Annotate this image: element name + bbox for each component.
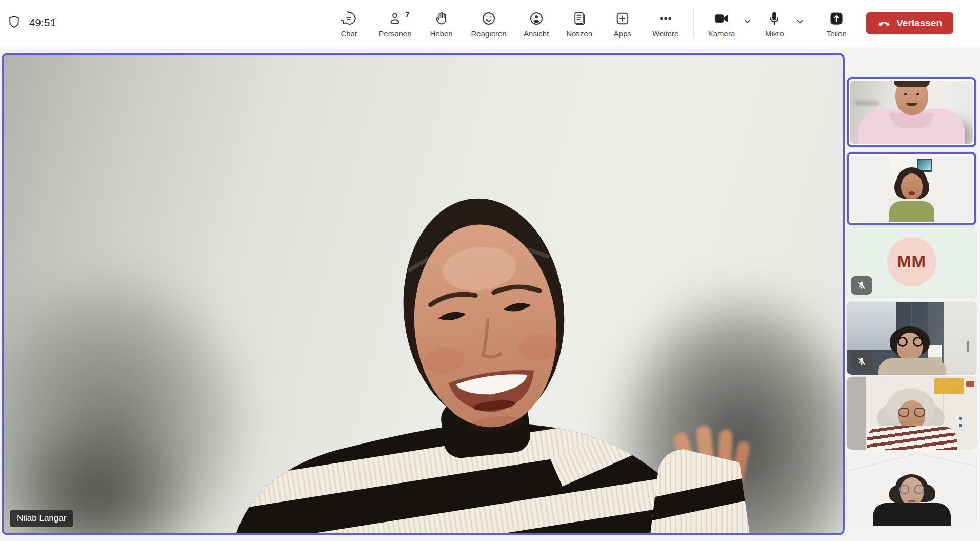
- avatar-initials: MM: [897, 252, 926, 272]
- participants-strip: MM: [847, 46, 976, 541]
- person-mouth: [909, 191, 915, 195]
- people-button[interactable]: 7 Personen: [377, 5, 412, 41]
- share-icon: [829, 10, 844, 27]
- kitchen-door: [944, 302, 976, 375]
- meeting-toolbar: 49:51 Chat 7 Personen: [0, 0, 980, 46]
- toolbar-divider: [693, 8, 694, 38]
- raise-hand-button[interactable]: Heben: [427, 5, 456, 41]
- person-eye: [904, 93, 907, 95]
- shield-icon: [7, 15, 21, 31]
- raise-hand-icon: [434, 10, 449, 27]
- mic-dropdown-chevron[interactable]: [791, 8, 810, 35]
- notes-icon: [572, 10, 587, 27]
- yellow-box: [934, 378, 964, 394]
- more-label: Weitere: [652, 29, 678, 38]
- chat-label: Chat: [341, 29, 357, 38]
- muted-mic-badge: [851, 352, 872, 371]
- background-shelf: [854, 101, 879, 105]
- share-button[interactable]: Teilen: [822, 5, 851, 41]
- participant-video: [850, 81, 973, 144]
- camera-dropdown-chevron[interactable]: [738, 8, 757, 35]
- apps-button[interactable]: Apps: [608, 5, 637, 41]
- glasses-icon: [899, 485, 924, 494]
- camera-label: Kamera: [708, 29, 735, 38]
- speaker-name-tag: Nilab Langar: [10, 510, 73, 527]
- participant-tile-3[interactable]: MM: [847, 227, 976, 299]
- participant-tile-4[interactable]: [847, 302, 976, 375]
- mic-label: Mikro: [765, 29, 784, 38]
- ceiling-line: [847, 453, 916, 473]
- main-video-tile[interactable]: Nilab Langar: [2, 53, 845, 535]
- participant-tile-2[interactable]: [847, 152, 976, 225]
- notes-button[interactable]: Notizen: [565, 5, 594, 41]
- view-label: Ansicht: [524, 29, 549, 38]
- chat-button[interactable]: Chat: [334, 5, 363, 41]
- avatar-initials-circle: MM: [887, 237, 936, 286]
- person-torso: [873, 503, 951, 526]
- camera-icon: [713, 10, 730, 27]
- muted-mic-badge: [851, 276, 872, 295]
- cupboard-magnets: [959, 417, 962, 420]
- chat-icon: [341, 10, 356, 27]
- meeting-timer: 49:51: [29, 17, 56, 29]
- kitchen-window: [847, 302, 896, 350]
- more-button[interactable]: Weitere: [651, 5, 680, 41]
- portrait-video-strip: [889, 156, 934, 222]
- glasses-icon: [898, 408, 925, 417]
- participant-tile-5[interactable]: [847, 377, 976, 450]
- glasses-icon: [897, 337, 923, 347]
- person-head: [901, 173, 923, 199]
- hangup-icon: [877, 16, 891, 30]
- people-icon: 7: [387, 10, 403, 27]
- ceiling-line: [922, 454, 976, 468]
- mic-icon: [767, 10, 782, 27]
- red-object: [966, 381, 974, 387]
- more-icon: [658, 10, 673, 27]
- react-button[interactable]: Reagieren: [470, 5, 508, 41]
- participant-video: [847, 377, 976, 450]
- notes-label: Notizen: [566, 29, 592, 38]
- main-speaker-figure: [221, 134, 785, 534]
- person-hair: [894, 81, 930, 87]
- person-torso: [889, 201, 934, 222]
- react-icon: [481, 10, 496, 27]
- react-label: Reagieren: [471, 29, 507, 38]
- mic-button[interactable]: Mikro: [760, 5, 789, 41]
- person-mouth: [908, 500, 915, 502]
- leave-label: Verlassen: [896, 17, 942, 29]
- participant-video: [850, 156, 973, 222]
- person-torso: [878, 358, 946, 375]
- participant-tile-6[interactable]: [847, 452, 976, 526]
- participant-tile-1[interactable]: [847, 77, 976, 147]
- leave-button[interactable]: Verlassen: [866, 12, 953, 34]
- apps-label: Apps: [614, 29, 631, 38]
- participant-avatar-area: MM: [847, 227, 976, 299]
- meeting-timer-group: 49:51: [7, 15, 56, 31]
- camera-button[interactable]: Kamera: [707, 5, 736, 41]
- participant-video: [847, 452, 976, 526]
- meeting-content: Nilab Langar: [0, 46, 980, 541]
- share-label: Teilen: [827, 29, 847, 38]
- person-mustache: [906, 103, 917, 106]
- person-torso: [867, 426, 957, 450]
- people-label: Personen: [378, 29, 411, 38]
- door-handle: [967, 341, 969, 352]
- participant-count-badge: 7: [405, 10, 409, 19]
- person-eye: [916, 93, 919, 95]
- raise-hand-label: Heben: [430, 29, 452, 38]
- view-icon: [529, 10, 544, 27]
- device-controls: Kamera Mikro: [707, 5, 851, 41]
- view-button[interactable]: Ansicht: [522, 5, 551, 41]
- participant-video: [847, 302, 976, 375]
- toolbar-actions: Chat 7 Personen Heben: [334, 5, 679, 41]
- apps-icon: [615, 10, 630, 27]
